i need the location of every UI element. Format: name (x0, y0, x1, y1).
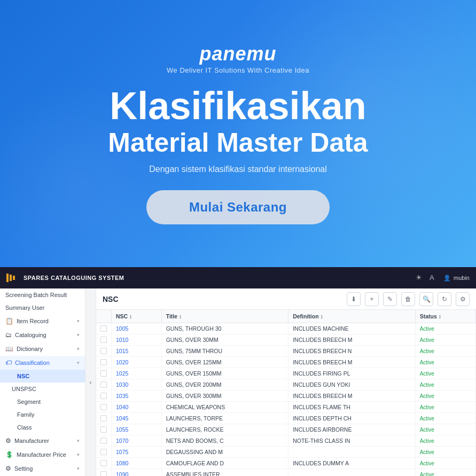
sidebar-item-manufacturer[interactable]: ⚙ Manufacturer ▾ (0, 434, 85, 448)
translate-icon[interactable]: A (430, 274, 438, 282)
row-checkbox[interactable] (96, 458, 112, 469)
hero-section: panemu We Deliver IT Solutions With Crea… (0, 0, 476, 267)
row-checkbox[interactable] (96, 357, 112, 368)
row-checkbox[interactable] (96, 424, 112, 435)
row-nsc[interactable]: 1025 (112, 368, 162, 379)
sidebar-item-dictionary[interactable]: 📖 Dictionary ▾ (0, 342, 85, 356)
row-checkbox[interactable] (96, 469, 112, 477)
row-nsc[interactable]: 1020 (112, 357, 162, 368)
logo-area: panemu We Deliver IT Solutions With Crea… (167, 43, 309, 74)
row-nsc[interactable]: 1070 (112, 435, 162, 447)
table-row[interactable]: 1030 GUNS, OVER 200MM INCLUDES GUN YOKI … (96, 379, 476, 391)
sidebar-item-cataloguing[interactable]: 🗂 Cataloguing ▾ (0, 328, 85, 342)
user-info[interactable]: 👤 mubin (443, 275, 470, 282)
cataloguing-label: Cataloguing (15, 332, 46, 338)
edit-button[interactable]: ✎ (383, 292, 397, 306)
row-definition: NOTE-THIS CLASS IN (288, 435, 415, 447)
table-row[interactable]: 1090 ASSEMBLIES INTER Active (96, 469, 476, 477)
row-checkbox[interactable] (96, 334, 112, 346)
row-checkbox[interactable] (96, 379, 112, 391)
row-title: GUNS, THROUGH 30 (161, 323, 288, 334)
sidebar-item-setting[interactable]: ⚙ Setting ▾ (0, 462, 85, 475)
table-row[interactable]: 1045 LAUNCHERS, TORPE INCLUDES DEPTH CH … (96, 413, 476, 424)
table-row[interactable]: 1080 CAMOUFLAGE AND D INCLUDES DUMMY A A… (96, 458, 476, 469)
search-button[interactable]: 🔍 (419, 292, 433, 306)
row-status: Active (415, 323, 475, 334)
table-row[interactable]: 1025 GUNS, OVER 150MM INCLUDES FIRING PL… (96, 368, 476, 379)
delete-button[interactable]: 🗑 (401, 292, 415, 306)
row-nsc[interactable]: 1030 (112, 379, 162, 391)
row-definition: INCLUDES AIRBORNE (288, 424, 415, 435)
row-nsc[interactable]: 1040 (112, 402, 162, 413)
manufacturer-label: Manufacturer (14, 438, 49, 444)
row-checkbox[interactable] (96, 447, 112, 458)
row-title: LAUNCHERS, TORPE (161, 413, 288, 424)
row-nsc[interactable]: 1005 (112, 323, 162, 334)
logo-bar-2 (10, 275, 12, 280)
username: mubin (454, 275, 470, 281)
settings-button[interactable]: ⚙ (456, 292, 470, 306)
row-status: Active (415, 346, 475, 357)
main-content: NSC ⬇ + ✎ 🗑 🔍 ↻ ⚙ NSC ↕ (96, 288, 476, 476)
table-row[interactable]: 1015 GUNS, 75MM THROU INCLUDES BREECH N … (96, 346, 476, 357)
col-nsc[interactable]: NSC ↕ (112, 310, 162, 323)
row-nsc[interactable]: 1015 (112, 346, 162, 357)
item-record-label: Item Record (17, 318, 49, 324)
row-definition: INCLUDES GUN YOKI (288, 379, 415, 391)
table-body: 1005 GUNS, THROUGH 30 INCLUDES MACHINE A… (96, 323, 476, 477)
row-checkbox[interactable] (96, 413, 112, 424)
chevron-down-icon-6: ▾ (77, 452, 80, 457)
sidebar-item-segment[interactable]: Segment (0, 395, 85, 408)
row-checkbox[interactable] (96, 323, 112, 334)
logo-bar-3 (13, 276, 15, 280)
price-icon: 💲 (5, 451, 13, 458)
row-checkbox[interactable] (96, 346, 112, 357)
sidebar-item-screening[interactable]: Screening Batch Result (0, 288, 85, 301)
col-status[interactable]: Status ↕ (415, 310, 475, 323)
hero-title: Klasifikasikan (110, 85, 366, 127)
row-checkbox[interactable] (96, 435, 112, 447)
row-checkbox[interactable] (96, 391, 112, 402)
row-checkbox[interactable] (96, 368, 112, 379)
col-definition[interactable]: Definition ↕ (288, 310, 415, 323)
sidebar-collapse-button[interactable]: ‹ (85, 288, 96, 476)
table-row[interactable]: 1040 CHEMICAL WEAPONS INCLUDES FLAME TH … (96, 402, 476, 413)
sidebar-item-classification[interactable]: 🏷 Classification ▾ (0, 356, 85, 370)
row-nsc[interactable]: 1045 (112, 413, 162, 424)
table-row[interactable]: 1020 GUNS, OVER 125MM INCLUDES BREECH M … (96, 357, 476, 368)
row-status: Active (415, 368, 475, 379)
row-status: Active (415, 379, 475, 391)
row-nsc[interactable]: 1010 (112, 334, 162, 346)
cta-button[interactable]: Mulai Sekarang (146, 190, 330, 224)
sidebar-item-summary[interactable]: Summary User (0, 301, 85, 314)
row-nsc[interactable]: 1055 (112, 424, 162, 435)
export-button[interactable]: ⬇ (347, 292, 361, 306)
table-row[interactable]: 1010 GUNS, OVER 30MM INCLUDES BREECH M A… (96, 334, 476, 346)
sidebar-item-item-record[interactable]: 📋 Item Record ▾ (0, 314, 85, 328)
table-row[interactable]: 1075 DEGAUSSING AND M Active (96, 447, 476, 458)
row-nsc[interactable]: 1080 (112, 458, 162, 469)
table-row[interactable]: 1005 GUNS, THROUGH 30 INCLUDES MACHINE A… (96, 323, 476, 334)
table-row[interactable]: 1035 GUNS, OVER 300MM INCLUDES BREECH M … (96, 391, 476, 402)
row-nsc[interactable]: 1090 (112, 469, 162, 477)
table-row[interactable]: 1055 LAUNCHERS, ROCKE INCLUDES AIRBORNE … (96, 424, 476, 435)
sidebar-item-nsc[interactable]: NSC (0, 370, 85, 383)
sidebar-item-family[interactable]: Family (0, 408, 85, 421)
row-nsc[interactable]: 1075 (112, 447, 162, 458)
chevron-down-icon: ▾ (77, 318, 80, 324)
add-button[interactable]: + (365, 292, 379, 306)
sidebar-item-unspsc[interactable]: UNSPSC (0, 383, 85, 395)
row-nsc[interactable]: 1035 (112, 391, 162, 402)
table-row[interactable]: 1070 NETS AND BOOMS, C NOTE-THIS CLASS I… (96, 435, 476, 447)
refresh-button[interactable]: ↻ (438, 292, 451, 306)
table-header-row: NSC ↕ Title ↕ Definition ↕ Status ↕ (96, 310, 476, 323)
brightness-icon[interactable]: ☀ (416, 274, 424, 282)
sidebar-item-class[interactable]: Class (0, 421, 85, 434)
row-checkbox[interactable] (96, 402, 112, 413)
row-definition: INCLUDES DEPTH CH (288, 413, 415, 424)
unspsc-label: UNSPSC (12, 386, 36, 392)
row-status: Active (415, 402, 475, 413)
col-title[interactable]: Title ↕ (161, 310, 288, 323)
sidebar-item-manufacturer-price[interactable]: 💲 Manufacturer Price ▾ (0, 448, 85, 462)
hero-description: Dengan sistem klasifikasi standar intern… (149, 165, 327, 174)
